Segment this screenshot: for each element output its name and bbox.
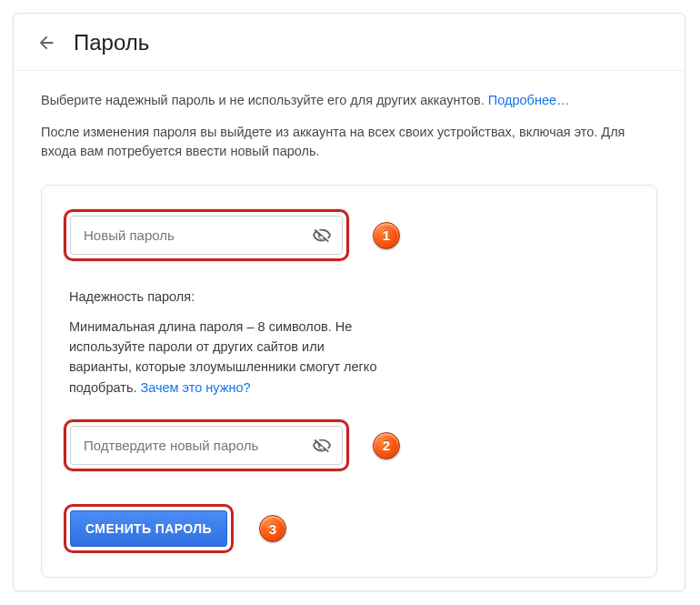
password-card: Пароль Выберите надежный пароль и не исп… <box>13 13 685 591</box>
password-strength: Надежность пароля: Минимальная длина пар… <box>69 287 378 398</box>
submit-button-highlight: Сменить пароль <box>64 504 234 553</box>
intro-line-1: Выберите надежный пароль и не используйт… <box>41 93 488 107</box>
annotation-badge-1: 1 <box>373 222 400 249</box>
intro-text: Выберите надежный пароль и не используйт… <box>41 91 657 161</box>
body: Выберите надежный пароль и не используйт… <box>14 71 685 594</box>
annotation-badge-3: 3 <box>259 515 286 542</box>
learn-more-link[interactable]: Подробнее… <box>488 93 570 107</box>
new-password-input[interactable] <box>70 216 343 255</box>
confirm-password-input[interactable] <box>70 426 343 465</box>
eye-off-icon[interactable] <box>310 434 334 458</box>
new-password-field-highlight <box>64 209 349 261</box>
why-link[interactable]: Зачем это нужно? <box>141 380 251 395</box>
header: Пароль <box>14 14 685 71</box>
confirm-password-field-highlight <box>64 419 349 471</box>
eye-off-icon[interactable] <box>310 224 334 247</box>
strength-label: Надежность пароля: <box>69 287 378 307</box>
page-title: Пароль <box>74 30 149 55</box>
intro-line-2: После изменения пароля вы выйдете из акк… <box>41 123 657 161</box>
annotation-badge-2: 2 <box>373 432 400 459</box>
back-arrow-icon[interactable] <box>35 32 57 54</box>
change-password-button[interactable]: Сменить пароль <box>70 510 227 547</box>
password-form: 1 Надежность пароля: Минимальная длина п… <box>41 185 657 578</box>
